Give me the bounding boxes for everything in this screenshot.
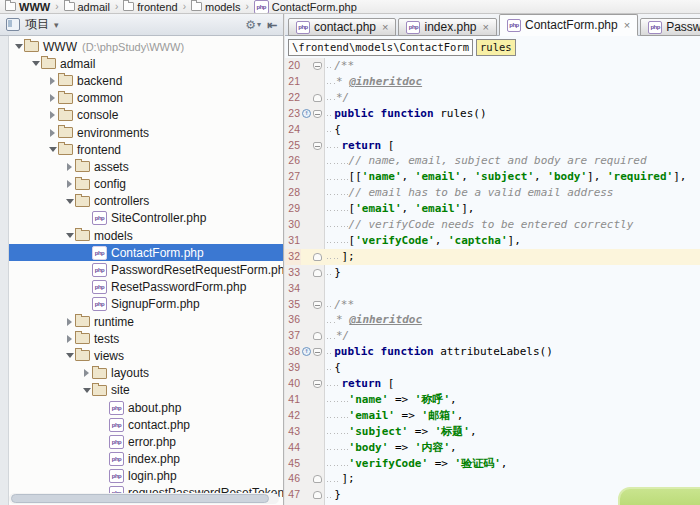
code-line-37[interactable]: 37*/ bbox=[285, 328, 700, 344]
line-number[interactable]: 24 bbox=[285, 122, 300, 138]
code-line-24[interactable]: 24{ bbox=[285, 122, 700, 138]
fold-marker-icon[interactable] bbox=[313, 475, 322, 483]
breadcrumb-item-ContactForm.php[interactable]: phpContactForm.php bbox=[254, 0, 357, 14]
tree-item-PasswordResetRequestForm.php[interactable]: phpPasswordResetRequestForm.php bbox=[9, 261, 283, 278]
code-line-39[interactable]: 39{ bbox=[285, 360, 700, 376]
line-number[interactable]: 46 bbox=[285, 471, 300, 487]
collapse-panel-icon[interactable]: ⇤ bbox=[267, 18, 277, 32]
breadcrumb-item-frontend[interactable]: frontend bbox=[123, 1, 177, 13]
line-number[interactable]: 47 bbox=[285, 487, 300, 503]
tree-item-common[interactable]: common bbox=[9, 90, 283, 107]
code-editor[interactable]: 20/**21* @inheritdoc22*/23↑public functi… bbox=[285, 58, 700, 505]
code-line-44[interactable]: 44'body' => '内容', bbox=[285, 440, 700, 456]
expand-arrow-icon[interactable] bbox=[47, 94, 58, 102]
tree-item-console[interactable]: console bbox=[9, 107, 283, 124]
breadcrumb-chip-class[interactable]: \frontend\models\ContactForm bbox=[288, 39, 473, 56]
line-number[interactable]: 28 bbox=[285, 185, 300, 201]
fold-marker-icon[interactable] bbox=[313, 142, 322, 150]
close-icon[interactable]: × bbox=[382, 22, 388, 33]
fold-marker-icon[interactable] bbox=[313, 94, 322, 102]
fold-marker-icon[interactable] bbox=[313, 380, 322, 388]
tree-item-backend[interactable]: backend bbox=[9, 72, 283, 89]
close-icon[interactable]: × bbox=[483, 22, 489, 33]
tree-item-WWW[interactable]: WWW(D:\phpStudy\WWW) bbox=[9, 38, 283, 55]
code-line-31[interactable]: 31['verifyCode', 'captcha'], bbox=[285, 233, 700, 249]
expand-arrow-icon[interactable] bbox=[47, 111, 58, 119]
horizontal-scrollbar[interactable] bbox=[9, 493, 279, 504]
line-number[interactable]: 27 bbox=[285, 169, 300, 185]
fold-marker-icon[interactable] bbox=[313, 348, 322, 356]
code-line-45[interactable]: 45'verifyCode' => '验证码', bbox=[285, 456, 700, 472]
line-number[interactable]: 37 bbox=[285, 328, 300, 344]
line-number[interactable]: 29 bbox=[285, 201, 300, 217]
expand-arrow-icon[interactable] bbox=[47, 77, 58, 85]
tree-item-controllers[interactable]: controllers bbox=[9, 193, 283, 210]
code-line-41[interactable]: 41'name' => '称呼', bbox=[285, 392, 700, 408]
breadcrumb-item-admail[interactable]: admail bbox=[64, 1, 110, 13]
fold-marker-icon[interactable] bbox=[313, 269, 322, 277]
line-number[interactable]: 40 bbox=[285, 376, 300, 392]
line-number[interactable]: 36 bbox=[285, 312, 300, 328]
line-number[interactable]: 30 bbox=[285, 217, 300, 233]
expand-arrow-icon[interactable] bbox=[30, 61, 41, 66]
tree-item-views[interactable]: views bbox=[9, 347, 283, 364]
code-line-35[interactable]: 35/** bbox=[285, 297, 700, 313]
expand-arrow-icon[interactable] bbox=[64, 335, 75, 343]
expand-arrow-icon[interactable] bbox=[64, 163, 75, 171]
line-number[interactable]: 20 bbox=[285, 58, 300, 74]
tree-item-config[interactable]: config bbox=[9, 176, 283, 193]
code-line-22[interactable]: 22*/ bbox=[285, 90, 700, 106]
line-number[interactable]: 45 bbox=[285, 456, 300, 472]
tree-item-contact.php[interactable]: phpcontact.php bbox=[9, 416, 283, 433]
fold-marker-icon[interactable] bbox=[313, 62, 322, 70]
tree-item-about.php[interactable]: phpabout.php bbox=[9, 399, 283, 416]
line-number[interactable]: 21 bbox=[285, 74, 300, 90]
tree-item-assets[interactable]: assets bbox=[9, 158, 283, 175]
code-line-36[interactable]: 36* @inheritdoc bbox=[285, 312, 700, 328]
line-number[interactable]: 31 bbox=[285, 233, 300, 249]
override-method-icon[interactable]: ↑ bbox=[302, 347, 311, 356]
tree-item-layouts[interactable]: layouts bbox=[9, 365, 283, 382]
line-number[interactable]: 26 bbox=[285, 153, 300, 169]
expand-arrow-icon[interactable] bbox=[64, 318, 75, 326]
line-number[interactable]: 32 bbox=[285, 249, 300, 265]
tree-item-runtime[interactable]: runtime bbox=[9, 313, 283, 330]
tab-PasswordRese[interactable]: phpPasswordRese bbox=[640, 18, 700, 36]
expand-arrow-icon[interactable] bbox=[64, 199, 75, 204]
code-line-28[interactable]: 28// email has to be a valid email addre… bbox=[285, 185, 700, 201]
code-line-27[interactable]: 27[['name', 'email', 'subject', 'body'],… bbox=[285, 169, 700, 185]
breadcrumb-chip-method[interactable]: rules bbox=[476, 39, 516, 56]
tree-item-SiteController.php[interactable]: phpSiteController.php bbox=[9, 210, 283, 227]
close-icon[interactable]: × bbox=[624, 20, 630, 31]
line-number[interactable]: 23 bbox=[285, 106, 300, 122]
code-line-21[interactable]: 21* @inheritdoc bbox=[285, 74, 700, 90]
tab-ContactForm.php[interactable]: phpContactForm.php× bbox=[499, 14, 638, 36]
chevron-down-icon[interactable]: ▾ bbox=[54, 20, 59, 30]
expand-arrow-icon[interactable] bbox=[81, 369, 92, 377]
tree-item-login.php[interactable]: phplogin.php bbox=[9, 468, 283, 485]
line-number[interactable]: 41 bbox=[285, 392, 300, 408]
tree-item-environments[interactable]: environments bbox=[9, 124, 283, 141]
line-number[interactable]: 35 bbox=[285, 297, 300, 313]
line-number[interactable]: 25 bbox=[285, 138, 300, 154]
code-line-32[interactable]: 32]; bbox=[285, 249, 700, 265]
expand-arrow-icon[interactable] bbox=[64, 233, 75, 238]
tree-item-error.php[interactable]: phperror.php bbox=[9, 433, 283, 450]
line-number[interactable]: 44 bbox=[285, 440, 300, 456]
tree-item-admail[interactable]: admail bbox=[9, 55, 283, 72]
code-line-34[interactable]: 34 bbox=[285, 281, 700, 297]
scrollbar-thumb[interactable] bbox=[11, 494, 269, 503]
line-number[interactable]: 33 bbox=[285, 265, 300, 281]
code-line-25[interactable]: 25return [ bbox=[285, 138, 700, 154]
expand-arrow-icon[interactable] bbox=[13, 44, 24, 49]
code-line-30[interactable]: 30// verifyCode needs to be entered corr… bbox=[285, 217, 700, 233]
tree-item-models[interactable]: models bbox=[9, 227, 283, 244]
code-line-29[interactable]: 29['email', 'email'], bbox=[285, 201, 700, 217]
expand-arrow-icon[interactable] bbox=[47, 147, 58, 152]
tree-item-ResetPasswordForm.php[interactable]: phpResetPasswordForm.php bbox=[9, 279, 283, 296]
tab-index.php[interactable]: phpindex.php× bbox=[398, 18, 496, 36]
fold-marker-icon[interactable] bbox=[313, 110, 322, 118]
tree-item-SignupForm.php[interactable]: phpSignupForm.php bbox=[9, 296, 283, 313]
code-line-43[interactable]: 43'subject' => '标题', bbox=[285, 424, 700, 440]
expand-arrow-icon[interactable] bbox=[64, 353, 75, 358]
